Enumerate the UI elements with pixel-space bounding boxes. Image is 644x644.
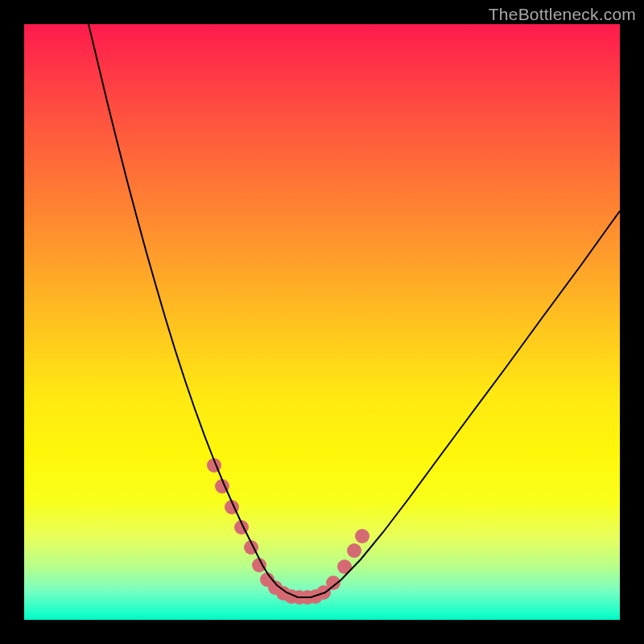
v-curve [89, 24, 620, 597]
chart-frame [24, 24, 620, 620]
highlight-dots-group [207, 458, 369, 605]
highlight-dot [355, 529, 369, 543]
bottleneck-chart [24, 24, 620, 620]
watermark-text: TheBottleneck.com [489, 5, 636, 24]
highlight-dot [347, 543, 361, 558]
